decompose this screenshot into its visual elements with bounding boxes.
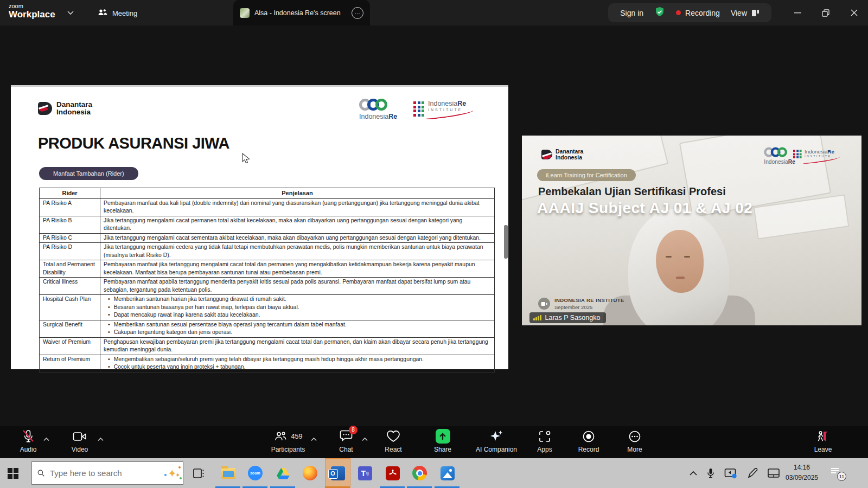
ai-companion-label: AI Companion [476, 446, 517, 453]
google-drive-icon[interactable] [275, 465, 291, 481]
document-title: PRODUK ASURANSI JIWA [38, 134, 229, 152]
ai-companion-button[interactable]: AI Companion [467, 429, 526, 453]
zoom-titlebar: zoom Workplace Meeting Alsa - Indonesia … [0, 0, 868, 25]
leave-door-icon [816, 429, 830, 444]
recording-indicator[interactable]: Recording [676, 9, 720, 17]
rider-cell: PA Risiko C [40, 233, 100, 243]
apps-button[interactable]: Apps [522, 429, 567, 453]
tray-microphone-icon[interactable] [707, 468, 714, 479]
apps-label: Apps [537, 446, 552, 453]
tab-meeting[interactable]: Meeting [91, 4, 144, 22]
react-button[interactable]: React [371, 429, 416, 453]
video-button[interactable]: Video [57, 429, 103, 453]
notification-center-button[interactable]: 11 [829, 466, 843, 478]
rider-table: Rider Penjelasan PA Risiko APembayaran m… [39, 188, 495, 373]
presenter-video-tile[interactable]: Danantara Indonesia IndonesiaRe Indonesi… [522, 136, 861, 325]
brand-workplace: Workplace [9, 9, 55, 20]
table-row: PA Risiko BJika tertanggung mengalami ca… [40, 216, 495, 233]
chevron-down-icon[interactable] [67, 8, 74, 17]
zoom-app-icon[interactable]: zoom [247, 465, 263, 481]
audio-options-caret[interactable] [43, 434, 49, 444]
view-button[interactable]: View [731, 9, 760, 17]
tray-screenshare-icon[interactable] [724, 468, 737, 479]
slide-org-date: September 2025 [554, 304, 624, 310]
zoom-workplace-logo: zoom Workplace [9, 3, 55, 20]
institute-dotgrid-icon [793, 150, 802, 158]
share-screen-icon [436, 429, 450, 444]
minimize-button[interactable] [783, 0, 812, 25]
tab-shared-screen[interactable]: Alsa - Indonesia Re's screen … [233, 0, 370, 25]
video-label: Video [72, 446, 88, 453]
outlook-icon[interactable] [330, 465, 346, 481]
slide-org-block: INDONESIA RE INSTITUTE September 2025 [538, 297, 624, 310]
institute-re: Re [827, 149, 834, 155]
search-icon [37, 468, 44, 478]
indonesiare-logo: IndonesiaRe [359, 99, 397, 120]
slide-subtitle: AAAIJ Subject AJ 01 & AJ 02 [537, 200, 752, 217]
taskbar-search[interactable]: ✦✦ [31, 461, 183, 485]
video-camera-icon [73, 429, 87, 444]
indonesiare-rings-icon [764, 147, 795, 157]
slide-indonesiare-logo: IndonesiaRe [764, 147, 795, 165]
tray-pen-icon[interactable] [747, 468, 758, 479]
tray-chevron-icon[interactable] [690, 471, 697, 476]
record-button[interactable]: Record [566, 429, 611, 453]
start-button-icon[interactable] [8, 468, 18, 479]
rider-cell: Hospital Cash Plan [40, 295, 100, 320]
restore-button[interactable] [812, 0, 840, 25]
danantara-logo-icon [541, 150, 552, 159]
people-icon [98, 8, 107, 18]
penjelasan-cell: Pembayaran manfaat jika tertanggung meng… [100, 260, 495, 278]
danantara-logo-icon [38, 102, 52, 115]
table-row: Waiver of PremiumPenghapusan kewajiban p… [40, 337, 495, 355]
participants-options-caret[interactable] [311, 434, 317, 444]
sign-in-button[interactable]: Sign in [620, 9, 643, 17]
rider-table-header-penjelasan: Penjelasan [100, 188, 495, 199]
shared-document-page: Danantara Indonesia IndonesiaRe Indonesi… [11, 85, 508, 369]
recording-dot-icon [676, 10, 681, 15]
tray-touchpad-icon[interactable] [768, 468, 780, 478]
indonesiare-re: Re [788, 159, 795, 165]
share-button[interactable]: Share [420, 429, 465, 453]
slide-institute-logo: IndonesiaRe INSTITUTE [793, 149, 834, 158]
video-options-caret[interactable] [98, 434, 104, 444]
leave-button[interactable]: Leave [800, 429, 846, 453]
record-label: Record [578, 446, 599, 453]
titlebar-controls: Sign in Recording View [608, 3, 771, 22]
chrome-icon[interactable] [412, 465, 427, 481]
file-explorer-icon[interactable] [220, 465, 236, 481]
participant-name: Laras P Sasongko [545, 314, 601, 322]
participants-icon-row: 459 [274, 429, 303, 444]
chat-icon-wrap: 8 [340, 429, 353, 444]
more-button[interactable]: More [612, 429, 658, 453]
presenter-face [656, 230, 704, 293]
react-label: React [385, 446, 401, 453]
chat-options-caret[interactable] [362, 434, 368, 444]
security-shield-icon[interactable] [654, 7, 665, 20]
taskbar-clock[interactable]: 14:16 03/09/2025 [781, 463, 822, 483]
acrobat-icon[interactable] [385, 465, 400, 481]
participants-button[interactable]: 459 Participants [258, 429, 318, 453]
more-ellipsis-icon [628, 429, 641, 444]
search-input[interactable] [50, 468, 158, 478]
table-row: Surgical BenefitMemberikan santunan sesu… [40, 320, 495, 337]
danantara-line1: Danantara [56, 101, 92, 108]
rider-table-header-rider: Rider [40, 188, 100, 199]
task-view-button[interactable] [191, 465, 207, 481]
tab-options-icon[interactable]: … [352, 7, 363, 19]
zoom-meeting-toolbar: Audio Video 459 Participants 8 Chat [0, 426, 868, 458]
firefox-icon[interactable] [302, 465, 318, 481]
notification-count-badge: 11 [837, 472, 846, 481]
close-button[interactable] [840, 0, 868, 25]
photos-icon[interactable] [439, 465, 455, 481]
participant-name-tag: Laras P Sasongko [529, 312, 606, 323]
audio-label: Audio [20, 446, 37, 453]
table-row: Return of PremiumMengembalikan sebagian/… [40, 355, 495, 372]
rider-cell: PA Risiko D [40, 243, 100, 260]
rider-cell: PA Risiko A [40, 198, 100, 216]
shared-screen-scrollbar[interactable] [504, 225, 508, 259]
clock-time: 14:16 [781, 463, 822, 473]
penjelasan-cell: Pembayaran manfaat apabila tertanggung m… [100, 278, 495, 295]
slide-org-name: INDONESIA RE INSTITUTE [554, 297, 624, 303]
teams-icon[interactable]: Tij [357, 465, 373, 481]
